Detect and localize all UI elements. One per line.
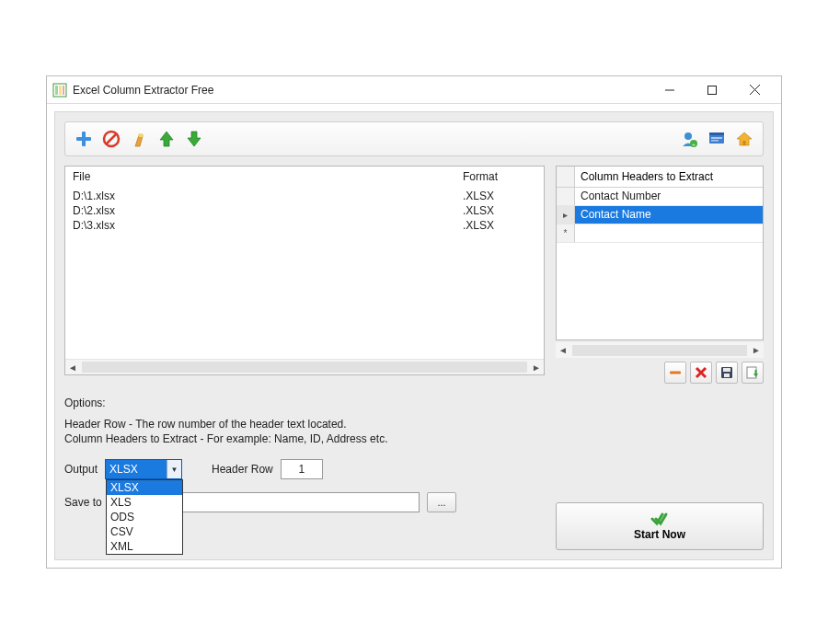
headers-grid-header: Column Headers to Extract xyxy=(557,167,763,188)
website-button[interactable] xyxy=(706,128,728,150)
output-dropdown[interactable]: XLSX XLS ODS CSV XML xyxy=(106,479,183,555)
remove-header-button[interactable] xyxy=(664,362,686,384)
titlebar: Excel Column Extractor Free xyxy=(47,76,781,104)
clear-button[interactable] xyxy=(128,128,150,150)
right-pane: Column Headers to Extract Contact Number… xyxy=(556,166,764,384)
svg-line-11 xyxy=(107,134,117,144)
dropdown-option[interactable]: XML xyxy=(107,539,182,554)
file-row[interactable]: D:\2.xlsx .XLSX xyxy=(65,203,544,218)
output-label: Output xyxy=(64,463,98,476)
options-help-1: Header Row - The row number of the heade… xyxy=(64,417,764,431)
svg-rect-1 xyxy=(55,86,58,95)
dropdown-option[interactable]: XLSX xyxy=(107,480,182,495)
user-button[interactable]: + xyxy=(678,128,700,150)
svg-text:+: + xyxy=(692,142,696,147)
svg-rect-25 xyxy=(723,368,730,372)
row-handle-new: * xyxy=(557,224,575,242)
options-section: Options: Header Row - The row number of … xyxy=(64,397,764,512)
start-button-label: Start Now xyxy=(634,528,685,541)
file-list-body: D:\1.xlsx .XLSX D:\2.xlsx .XLSX D:\3.xls… xyxy=(65,189,544,359)
scroll-right-icon[interactable]: ► xyxy=(749,345,764,355)
headers-grid-title: Column Headers to Extract xyxy=(575,167,763,187)
svg-rect-20 xyxy=(743,141,746,145)
grid-corner xyxy=(557,167,575,187)
svg-rect-2 xyxy=(59,86,62,95)
dropdown-option[interactable]: ODS xyxy=(107,510,182,524)
headers-grid-new-row[interactable]: * xyxy=(557,224,763,243)
col-file-header: File xyxy=(73,170,463,183)
minimize-button[interactable] xyxy=(649,76,691,104)
svg-rect-9 xyxy=(76,137,91,141)
svg-rect-5 xyxy=(708,86,717,94)
content: File Format D:\1.xlsx .XLSX D:\2.xlsx .X… xyxy=(64,166,764,384)
dropdown-option[interactable]: XLS xyxy=(107,495,182,510)
close-button[interactable] xyxy=(733,76,776,104)
file-row[interactable]: D:\1.xlsx .XLSX xyxy=(65,189,544,203)
output-select[interactable]: XLSX ▼ XLSX XLS ODS CSV XML xyxy=(105,459,182,479)
add-button[interactable] xyxy=(73,128,95,150)
start-area: Start Now xyxy=(556,502,764,550)
remove-button[interactable] xyxy=(100,128,122,150)
svg-rect-26 xyxy=(724,374,730,377)
headers-grid[interactable]: Column Headers to Extract Contact Number… xyxy=(556,166,764,340)
scroll-track[interactable] xyxy=(82,362,527,373)
scroll-left-icon[interactable]: ◄ xyxy=(65,362,80,373)
save-headers-button[interactable] xyxy=(716,362,738,384)
header-row-label: Header Row xyxy=(212,463,273,476)
row-handle: ▸ xyxy=(557,206,575,224)
move-up-button[interactable] xyxy=(155,128,178,150)
move-down-button[interactable] xyxy=(183,128,205,150)
svg-rect-17 xyxy=(709,132,724,135)
home-button[interactable] xyxy=(733,128,755,150)
file-list-header: File Format xyxy=(65,167,544,189)
file-list[interactable]: File Format D:\1.xlsx .XLSX D:\2.xlsx .X… xyxy=(64,166,545,375)
header-row-input[interactable]: 1 xyxy=(281,459,323,479)
client-area: + File Format D:\1.xlsx .XLSX xyxy=(54,111,774,560)
scroll-left-icon[interactable]: ◄ xyxy=(556,345,570,355)
headers-actions xyxy=(556,362,764,384)
chevron-down-icon[interactable]: ▼ xyxy=(167,460,181,478)
svg-point-12 xyxy=(138,133,144,137)
headers-hscroll[interactable]: ◄ ► xyxy=(556,342,764,358)
file-list-hscroll[interactable]: ◄ ► xyxy=(65,359,544,374)
svg-rect-19 xyxy=(711,140,719,142)
svg-rect-3 xyxy=(63,86,64,95)
svg-point-13 xyxy=(684,132,692,140)
row-handle xyxy=(557,188,575,205)
app-window: Excel Column Extractor Free xyxy=(46,75,782,569)
load-headers-button[interactable] xyxy=(742,362,764,384)
svg-rect-18 xyxy=(711,137,722,139)
window-title: Excel Column Extractor Free xyxy=(73,84,649,97)
svg-rect-28 xyxy=(755,370,757,374)
headers-grid-row[interactable]: Contact Number xyxy=(557,188,763,206)
browse-button[interactable]: ... xyxy=(427,492,456,512)
output-row: Output XLSX ▼ XLSX XLS ODS CSV XML Heade… xyxy=(64,459,764,479)
output-select-value: XLSX xyxy=(106,460,167,478)
col-format-header: Format xyxy=(463,170,536,183)
window-controls xyxy=(649,76,776,104)
options-title: Options: xyxy=(64,397,764,409)
headers-grid-row[interactable]: ▸ Contact Name xyxy=(557,206,763,224)
app-icon xyxy=(52,83,67,98)
options-help-2: Column Headers to Extract - For example:… xyxy=(64,431,764,446)
saveto-label: Save to xyxy=(64,496,109,509)
toolbar: + xyxy=(64,121,764,156)
svg-rect-21 xyxy=(670,372,681,374)
scroll-track[interactable] xyxy=(572,345,747,356)
check-icon xyxy=(650,512,669,526)
file-row[interactable]: D:\3.xlsx .XLSX xyxy=(65,218,544,233)
dropdown-option[interactable]: CSV xyxy=(107,524,182,539)
scroll-right-icon[interactable]: ► xyxy=(529,362,544,373)
clear-headers-button[interactable] xyxy=(690,362,712,384)
start-button[interactable]: Start Now xyxy=(556,502,764,550)
maximize-button[interactable] xyxy=(691,76,733,104)
